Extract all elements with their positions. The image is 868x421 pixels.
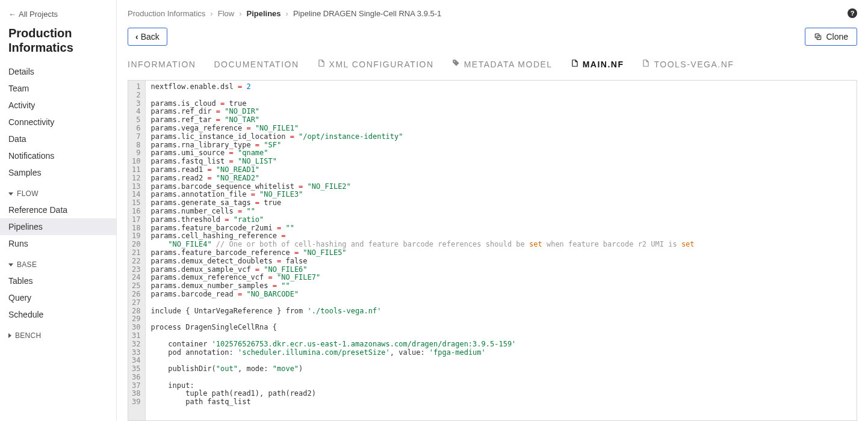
- tab-label: METADATA MODEL: [464, 60, 553, 69]
- sidebar-item-team[interactable]: Team: [0, 80, 116, 97]
- tabs: INFORMATIONDOCUMENTATIONXML CONFIGURATIO…: [128, 57, 857, 72]
- file-icon: [317, 59, 326, 69]
- back-button[interactable]: ‹ Back: [128, 28, 167, 46]
- tag-icon: [452, 59, 460, 69]
- sidebar-item-tables[interactable]: Tables: [0, 272, 116, 289]
- sidebar-group-label: BENCH: [15, 331, 42, 340]
- clone-icon: [814, 32, 822, 41]
- sidebar-item-notifications[interactable]: Notifications: [0, 147, 116, 164]
- breadcrumb-item[interactable]: Pipelines: [246, 9, 281, 18]
- file-icon: [571, 59, 579, 69]
- breadcrumb-item[interactable]: Production Informatics: [128, 9, 205, 18]
- tab-main-nf[interactable]: MAIN.NF: [571, 57, 624, 72]
- chevron-right-icon: ›: [286, 9, 288, 18]
- line-gutter: 1234567891011121314151617181920212223242…: [128, 81, 146, 420]
- sidebar: ← All Projects Production Informatics De…: [0, 0, 117, 421]
- sidebar-group-flow[interactable]: FLOW: [0, 181, 116, 201]
- tab-label: INFORMATION: [128, 60, 196, 69]
- sidebar-item-connectivity[interactable]: Connectivity: [0, 114, 116, 131]
- main-panel: Production Informatics›Flow›Pipelines›Pi…: [117, 0, 868, 421]
- code-content[interactable]: nextflow.enable.dsl = 2 params.is_cloud …: [146, 81, 857, 420]
- tab-tools-vega-nf[interactable]: TOOLS-VEGA.NF: [642, 57, 734, 72]
- sidebar-item-details[interactable]: Details: [0, 63, 116, 80]
- tab-label: XML CONFIGURATION: [329, 60, 434, 69]
- tab-xml-configuration[interactable]: XML CONFIGURATION: [317, 57, 434, 72]
- chevron-left-icon: ‹: [135, 32, 138, 41]
- sidebar-item-activity[interactable]: Activity: [0, 97, 116, 114]
- breadcrumb: Production Informatics›Flow›Pipelines›Pi…: [128, 9, 441, 18]
- code-editor[interactable]: 1234567891011121314151617181920212223242…: [128, 80, 857, 421]
- help-icon[interactable]: ?: [848, 8, 857, 18]
- project-title: Production Informatics: [0, 25, 116, 63]
- arrow-left-icon: ←: [8, 10, 16, 19]
- file-icon: [642, 59, 650, 69]
- tab-documentation[interactable]: DOCUMENTATION: [214, 57, 299, 72]
- sidebar-item-data[interactable]: Data: [0, 131, 116, 147]
- chevron-right-icon: ›: [239, 9, 241, 18]
- tab-metadata-model[interactable]: METADATA MODEL: [452, 57, 553, 72]
- chevron-right-icon: ›: [210, 9, 212, 18]
- clone-button-label: Clone: [826, 32, 848, 41]
- sidebar-group-label: FLOW: [17, 189, 39, 198]
- clone-button[interactable]: Clone: [805, 28, 857, 46]
- sidebar-item-runs[interactable]: Runs: [0, 235, 116, 252]
- chevron-down-icon: [8, 192, 13, 195]
- svg-point-2: [454, 61, 455, 62]
- chevron-right-icon: [8, 333, 11, 338]
- back-button-label: Back: [141, 32, 160, 41]
- sidebar-item-query[interactable]: Query: [0, 289, 116, 306]
- all-projects-link[interactable]: ← All Projects: [0, 7, 116, 25]
- sidebar-item-schedule[interactable]: Schedule: [0, 306, 116, 323]
- sidebar-item-samples[interactable]: Samples: [0, 164, 116, 181]
- sidebar-group-base[interactable]: BASE: [0, 252, 116, 272]
- breadcrumb-item: Pipeline DRAGEN Single-Cell RNA 3.9.5-1: [293, 9, 441, 18]
- tab-information[interactable]: INFORMATION: [128, 57, 196, 72]
- tab-label: DOCUMENTATION: [214, 60, 299, 69]
- tab-label: MAIN.NF: [583, 60, 624, 69]
- sidebar-item-reference-data[interactable]: Reference Data: [0, 201, 116, 218]
- sidebar-group-bench[interactable]: BENCH: [0, 323, 116, 343]
- all-projects-label: All Projects: [19, 10, 58, 19]
- chevron-down-icon: [8, 263, 13, 266]
- sidebar-item-pipelines[interactable]: Pipelines: [0, 218, 116, 235]
- breadcrumb-item[interactable]: Flow: [218, 9, 234, 18]
- sidebar-group-label: BASE: [17, 260, 37, 269]
- tab-label: TOOLS-VEGA.NF: [654, 60, 734, 69]
